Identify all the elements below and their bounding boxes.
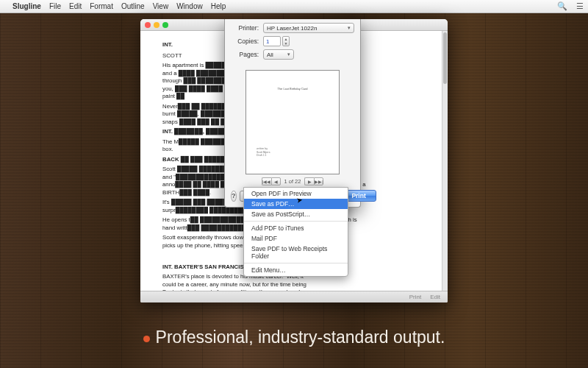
copies-label: Copies: xyxy=(231,38,259,45)
cursor-icon: ➤ xyxy=(295,195,303,204)
last-page-button[interactable]: ▶▶| xyxy=(314,177,323,185)
marketing-tagline: Professional, industry-standard output. xyxy=(0,328,588,347)
copies-input[interactable]: 1 xyxy=(263,36,281,46)
menubar: Slugline File Edit Format Outline View W… xyxy=(0,0,588,13)
first-page-button[interactable]: |◀◀ xyxy=(262,177,271,185)
preview-body: written by Scott Myers Draft 2.1 xyxy=(257,147,270,158)
printer-label: Printer: xyxy=(231,24,259,32)
menu-add-to-itunes[interactable]: Add PDF to iTunes xyxy=(244,223,348,233)
bullet-icon xyxy=(143,336,150,342)
spotlight-icon[interactable]: 🔍 xyxy=(557,1,567,11)
menu-format[interactable]: Format xyxy=(90,2,113,10)
pages-select[interactable]: All xyxy=(263,49,294,60)
menu-window[interactable]: Window xyxy=(176,2,203,10)
footer-print-toggle[interactable]: Print xyxy=(409,294,421,300)
preview-title: The Last Birthday Card xyxy=(257,87,329,91)
print-preview: The Last Birthday Card written by Scott … xyxy=(245,70,340,174)
app-menu[interactable]: Slugline xyxy=(12,2,41,10)
menu-view[interactable]: View xyxy=(153,2,169,10)
pages-label: Pages: xyxy=(231,51,259,58)
menu-file[interactable]: File xyxy=(49,2,61,10)
help-button[interactable]: ? xyxy=(231,191,237,202)
preview-pager: |◀◀ ◀ 1 of 22 ▶ ▶▶| xyxy=(225,177,360,185)
copies-stepper[interactable]: ▲▼ xyxy=(282,36,290,46)
next-page-button[interactable]: ▶ xyxy=(304,177,314,185)
menu-extra-icon[interactable]: ☰ xyxy=(576,1,584,11)
printer-select[interactable]: HP LaserJet 1022n xyxy=(263,23,354,33)
print-dialog: Printer: HP LaserJet 1022n Copies: 1 ▲▼ … xyxy=(224,19,361,208)
menu-outline[interactable]: Outline xyxy=(121,2,145,10)
window-footer: Print Edit xyxy=(140,291,448,302)
scrollbar[interactable] xyxy=(442,31,448,291)
menu-edit-menu[interactable]: Edit Menu… xyxy=(244,265,348,275)
footer-edit-toggle[interactable]: Edit xyxy=(430,294,440,300)
prev-page-button[interactable]: ◀ xyxy=(271,177,281,185)
scroll-thumb[interactable] xyxy=(443,32,447,84)
menu-save-postscript[interactable]: Save as PostScript… xyxy=(244,209,348,219)
menu-edit[interactable]: Edit xyxy=(69,2,82,10)
menu-help[interactable]: Help xyxy=(211,2,226,10)
menu-separator xyxy=(244,221,348,222)
menu-web-receipts[interactable]: Save PDF to Web Receipts Folder xyxy=(244,244,348,261)
page-indicator: 1 of 22 xyxy=(284,178,301,185)
menu-mail-pdf[interactable]: Mail PDF xyxy=(244,233,348,244)
menu-separator xyxy=(244,263,348,263)
